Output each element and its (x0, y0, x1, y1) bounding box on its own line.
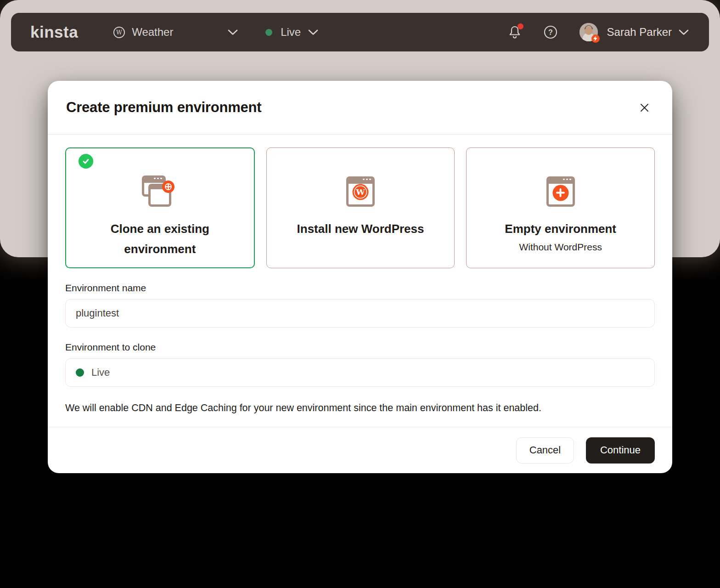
cancel-button[interactable]: Cancel (516, 437, 574, 464)
wordpress-window-icon: W (346, 176, 375, 207)
add-plus-icon (162, 181, 174, 193)
modal-title: Create premium environment (66, 99, 261, 116)
selected-check-icon (79, 154, 93, 169)
clone-environment-icon (142, 175, 178, 208)
option-card-clone-existing[interactable]: Clone an existing environment (65, 147, 255, 268)
option-subtitle: Without WordPress (519, 239, 602, 255)
option-card-install-wordpress[interactable]: W Install new WordPress (266, 147, 455, 268)
environment-to-clone-select[interactable]: Live (65, 358, 655, 387)
user-avatar[interactable] (579, 23, 598, 41)
environment-label: Live (281, 26, 301, 39)
svg-text:?: ? (548, 28, 553, 36)
svg-text:W: W (355, 187, 365, 197)
kinsta-logo: kinsta (30, 23, 78, 41)
modal-footer: Cancel Continue (48, 427, 672, 473)
cdn-info-text: We will enable CDN and Edge Caching for … (65, 402, 655, 414)
close-icon (640, 103, 649, 113)
option-card-empty-environment[interactable]: Empty environment Without WordPress (466, 147, 655, 268)
lightning-badge-icon (591, 34, 600, 43)
top-navbar: kinsta W Weather Live (11, 13, 709, 51)
site-selector[interactable]: W Weather (113, 26, 238, 39)
environment-selector[interactable]: Live (265, 26, 318, 39)
question-circle-icon: ? (543, 25, 558, 40)
page: kinsta W Weather Live (0, 0, 720, 588)
modal-body: Clone an existing environment (48, 135, 672, 427)
selected-environment-value: Live (91, 367, 110, 379)
chevron-down-icon (308, 29, 318, 35)
environment-type-options: Clone an existing environment (65, 147, 655, 268)
create-environment-modal: Create premium environment (48, 81, 672, 473)
wordpress-logo-icon: W (352, 184, 369, 200)
live-status-dot (76, 368, 84, 377)
notification-badge (518, 23, 523, 29)
plus-circle-icon (552, 185, 568, 201)
environment-name-input[interactable] (65, 299, 655, 328)
close-button[interactable] (636, 100, 652, 115)
site-name-label: Weather (132, 26, 173, 39)
option-title: Install new WordPress (297, 219, 424, 239)
option-title: Clone an existing environment (96, 219, 224, 259)
chevron-down-icon (228, 29, 238, 35)
modal-header: Create premium environment (48, 81, 672, 135)
environment-name-label: Environment name (65, 283, 655, 294)
environment-status-dot (265, 29, 272, 36)
option-title: Empty environment (505, 219, 616, 239)
user-menu-chevron-icon[interactable] (679, 29, 689, 35)
empty-window-icon (546, 176, 575, 207)
help-button[interactable]: ? (543, 24, 558, 40)
notifications-button[interactable] (507, 24, 523, 40)
continue-button[interactable]: Continue (586, 437, 655, 464)
environment-to-clone-label: Environment to clone (65, 342, 655, 353)
svg-text:W: W (116, 29, 122, 36)
wordpress-icon: W (113, 26, 125, 39)
user-name-label[interactable]: Sarah Parker (607, 26, 672, 39)
